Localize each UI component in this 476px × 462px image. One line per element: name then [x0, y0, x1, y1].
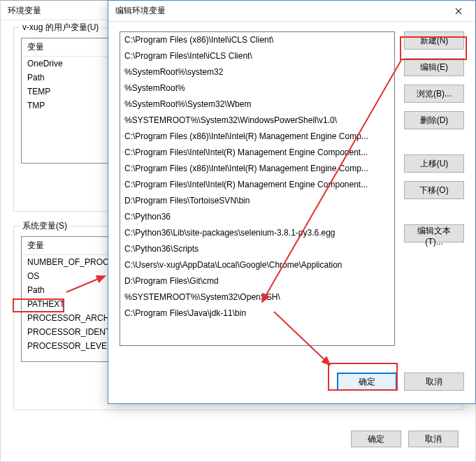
- env-vars-bottom-buttons: 确定 取消: [351, 431, 459, 447]
- side-buttons: 新建(N) 编辑(E) 浏览(B)... 删除(D) 上移(U) 下移(O) 编…: [404, 31, 464, 243]
- user-vars-legend: v-xug 的用户变量(U): [20, 22, 101, 34]
- list-item[interactable]: C:\Program Files\Intel\iCLS Client\: [120, 48, 394, 64]
- edit-env-var-title: 编辑环境变量: [115, 5, 166, 17]
- list-item[interactable]: C:\Users\v-xug\AppData\Local\Google\Chro…: [120, 257, 394, 273]
- list-item[interactable]: %SYSTEMROOT%\System32\OpenSSH\: [120, 289, 394, 305]
- edit-env-var-dialog: 编辑环境变量 C:\Program Files (x86)\Intel\iCLS…: [108, 0, 476, 404]
- edit-env-var-titlebar: 编辑环境变量: [108, 1, 475, 22]
- list-item[interactable]: C:\Python36\Lib\site-packages\selenium-3…: [120, 225, 394, 241]
- list-item[interactable]: %SystemRoot%: [120, 80, 394, 96]
- browse-button[interactable]: 浏览(B)...: [404, 85, 464, 103]
- list-item[interactable]: C:\Program Files (x86)\Intel\iCLS Client…: [120, 32, 394, 48]
- cancel-button[interactable]: 取消: [404, 373, 464, 391]
- list-item[interactable]: C:\Program Files (x86)\Intel\Intel(R) Ma…: [120, 161, 394, 177]
- move-up-button[interactable]: 上移(U): [404, 154, 464, 173]
- new-button[interactable]: 新建(N): [404, 31, 464, 50]
- edit-text-button[interactable]: 编辑文本(T)...: [404, 224, 464, 243]
- list-item[interactable]: C:\Program Files (x86)\Intel\Intel(R) Ma…: [120, 129, 394, 145]
- delete-button[interactable]: 删除(D): [404, 111, 464, 129]
- close-icon[interactable]: [445, 1, 473, 21]
- move-down-button[interactable]: 下移(O): [404, 181, 464, 199]
- edit-env-var-bottom-buttons: 确定 取消: [337, 373, 464, 391]
- list-item[interactable]: C:\Python36: [120, 209, 394, 225]
- cancel-button-bg[interactable]: 取消: [408, 431, 459, 447]
- col-variable: 变量: [22, 38, 50, 56]
- list-item[interactable]: %SystemRoot%\system32: [120, 64, 394, 80]
- list-item[interactable]: C:\Program Files\Intel\Intel(R) Manageme…: [120, 177, 394, 193]
- list-item[interactable]: %SystemRoot%\System32\Wbem: [120, 96, 394, 113]
- list-item[interactable]: C:\Program Files\Java\jdk-11\bin: [120, 305, 394, 322]
- list-item[interactable]: %SYSTEMROOT%\System32\WindowsPowerShell\…: [120, 113, 394, 129]
- edit-env-var-body: C:\Program Files (x86)\Intel\iCLS Client…: [108, 22, 475, 403]
- list-item[interactable]: C:\Python36\Scripts: [120, 241, 394, 257]
- list-item[interactable]: D:\Program Files\Git\cmd: [120, 273, 394, 289]
- ok-button-bg[interactable]: 确定: [351, 431, 401, 447]
- path-list[interactable]: C:\Program Files (x86)\Intel\iCLS Client…: [120, 31, 395, 346]
- system-vars-legend: 系统变量(S): [20, 220, 70, 232]
- ok-button[interactable]: 确定: [337, 373, 397, 391]
- col-variable: 变量: [22, 237, 50, 254]
- list-item[interactable]: D:\Program Files\TortoiseSVN\bin: [120, 193, 394, 209]
- edit-button[interactable]: 编辑(E): [404, 58, 464, 76]
- list-item[interactable]: C:\Program Files\Intel\Intel(R) Manageme…: [120, 145, 394, 161]
